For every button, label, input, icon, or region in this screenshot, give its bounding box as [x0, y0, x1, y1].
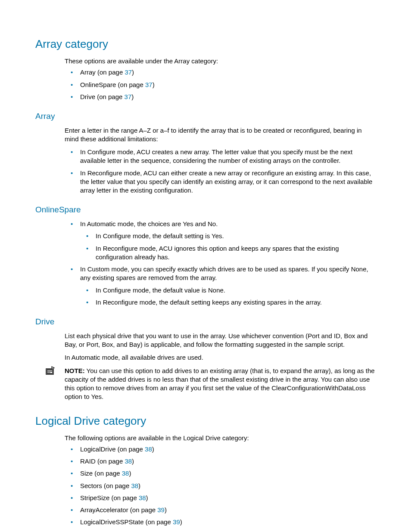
page-link[interactable]: 37: [125, 93, 132, 100]
item-suffix: ): [129, 470, 131, 477]
intro-array-category: These options are available under the Ar…: [65, 57, 376, 65]
list-item: Array (on page 37): [65, 68, 376, 77]
item-suffix: ): [180, 518, 182, 526]
item-label: OnlineSpare (on page: [80, 81, 145, 88]
list-item: In Custom mode, you can specify exactly …: [65, 265, 376, 307]
item-label: RAID (on page: [80, 457, 125, 465]
sublist: In Configure mode, the default value is …: [80, 286, 376, 307]
item-suffix: ): [152, 445, 154, 453]
sublist: In Configure mode, the default setting i…: [80, 232, 376, 261]
heading-array-category: Array category: [35, 37, 376, 52]
list-item: In Reconfigure mode, the default setting…: [80, 298, 376, 307]
item-label: Drive (on page: [80, 93, 125, 100]
note-icon: [45, 366, 56, 377]
item-suffix: ): [132, 457, 134, 465]
drive-para2: In Automatic mode, all available drives …: [65, 353, 376, 362]
list-item: In Configure mode, ACU creates a new arr…: [65, 148, 376, 165]
item-suffix: ): [131, 93, 134, 100]
list-item: StripeSize (on page 38): [65, 494, 376, 502]
list-array: In Configure mode, ACU creates a new arr…: [65, 148, 376, 195]
list-onlinespare: In Automatic mode, the choices are Yes a…: [65, 220, 376, 307]
page-link[interactable]: 39: [157, 506, 165, 513]
note-block: NOTE: You can use this option to add dri…: [45, 367, 376, 401]
list-item: In Configure mode, the default value is …: [80, 286, 376, 295]
page-link[interactable]: 38: [125, 457, 132, 465]
list-logical-drive-category: LogicalDrive (on page 38) RAID (on page …: [65, 445, 376, 527]
note-label: NOTE:: [65, 367, 85, 374]
item-label: StripeSize (on page: [80, 494, 139, 501]
page-link[interactable]: 38: [145, 445, 152, 453]
item-suffix: ): [165, 506, 167, 513]
heading-logical-drive-category: Logical Drive category: [35, 414, 376, 429]
list-item: In Automatic mode, the choices are Yes a…: [65, 220, 376, 261]
list-item: RAID (on page 38): [65, 457, 376, 466]
list-item: In Reconfigure mode, ACU ignores this op…: [80, 244, 376, 262]
intro-logical-drive-category: The following options are available in t…: [65, 434, 376, 442]
item-label: LogicalDriveSSPState (on page: [80, 518, 173, 526]
list-item: LogicalDriveSSPState (on page 39): [65, 518, 376, 526]
list-item: Drive (on page 37): [65, 93, 376, 101]
list-item: In Reconfigure mode, ACU can either crea…: [65, 169, 376, 195]
item-label: ArrayAccelerator (on page: [80, 506, 157, 513]
list-item: LogicalDrive (on page 38): [65, 445, 376, 454]
list-item: In Configure mode, the default setting i…: [80, 232, 376, 240]
note-text: You can use this option to add drives to…: [65, 367, 375, 401]
heading-onlinespare: OnlineSpare: [35, 204, 376, 215]
list-item: ArrayAccelerator (on page 39): [65, 506, 376, 514]
intro-array: Enter a letter in the range A–Z or a–f t…: [65, 126, 376, 144]
page-link[interactable]: 38: [139, 494, 146, 501]
page-link[interactable]: 38: [131, 482, 138, 489]
list-item: Sectors (on page 38): [65, 482, 376, 490]
list-item: OnlineSpare (on page 37): [65, 81, 376, 89]
item-label: Size (on page: [80, 470, 122, 477]
item-label: LogicalDrive (on page: [80, 445, 145, 453]
item-suffix: ): [146, 494, 148, 501]
page-link[interactable]: 37: [125, 68, 132, 76]
drive-para1: List each physical drive that you want t…: [65, 332, 376, 349]
item-text: In Custom mode, you can specify exactly …: [80, 265, 368, 281]
heading-drive: Drive: [35, 316, 376, 327]
page-link[interactable]: 37: [145, 81, 153, 88]
item-label: Sectors (on page: [80, 482, 131, 489]
item-text: In Automatic mode, the choices are Yes a…: [80, 220, 218, 227]
page-link[interactable]: 38: [122, 470, 129, 477]
item-suffix: ): [153, 81, 155, 88]
item-label: Array (on page: [80, 68, 125, 76]
list-item: Size (on page 38): [65, 469, 376, 478]
item-suffix: ): [138, 482, 140, 489]
heading-array: Array: [35, 111, 376, 122]
page-link[interactable]: 39: [173, 518, 180, 526]
list-array-category: Array (on page 37) OnlineSpare (on page …: [65, 68, 376, 101]
item-suffix: ): [132, 68, 134, 76]
